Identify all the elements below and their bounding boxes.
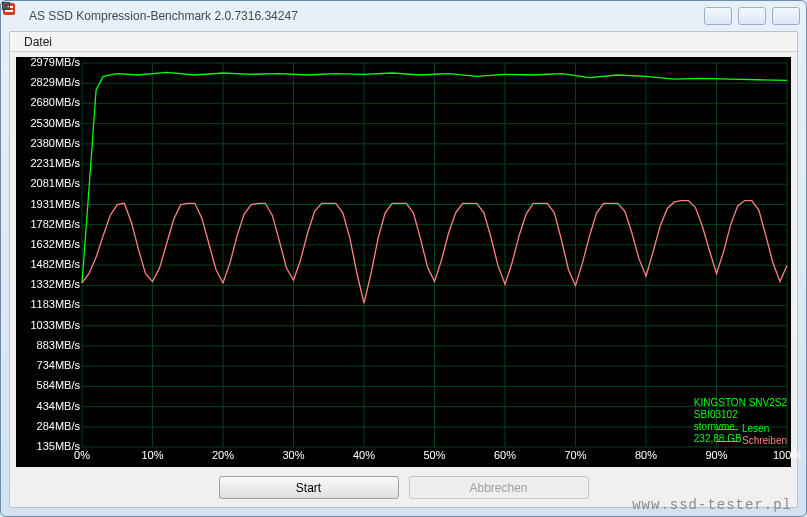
cancel-button: Abbrechen (409, 476, 589, 499)
y-axis-label: 1482MB/s (30, 258, 80, 270)
x-axis-label: 20% (212, 449, 234, 461)
minimize-button[interactable] (704, 7, 732, 25)
y-axis-label: 2680MB/s (30, 96, 80, 108)
window-controls (704, 7, 800, 25)
x-axis-label: 100% (773, 449, 801, 461)
start-button[interactable]: Start (219, 476, 399, 499)
close-button[interactable] (772, 7, 800, 25)
window-title: AS SSD Kompression-Benchmark 2.0.7316.34… (29, 9, 704, 23)
app-window: AS SSD Kompression-Benchmark 2.0.7316.34… (0, 0, 807, 517)
maximize-button[interactable] (738, 7, 766, 25)
x-axis-label: 90% (705, 449, 727, 461)
y-axis-label: 2081MB/s (30, 177, 80, 189)
y-axis-label: 883MB/s (37, 339, 80, 351)
chart-area: KINGSTON SNV2S2 SBI03102 stornvme 232,88… (16, 57, 791, 467)
x-axis-label: 0% (74, 449, 90, 461)
device-name: KINGSTON SNV2S2 (694, 397, 787, 409)
x-axis-label: 30% (282, 449, 304, 461)
client-area: Datei KINGSTON SNV2S2 SBI03102 stornvme … (9, 31, 798, 508)
legend-write: Schreiben (716, 435, 787, 447)
y-axis-label: 584MB/s (37, 379, 80, 391)
menubar: Datei (10, 32, 797, 52)
y-axis-label: 1632MB/s (30, 238, 80, 250)
y-axis-label: 1782MB/s (30, 218, 80, 230)
titlebar[interactable]: AS SSD Kompression-Benchmark 2.0.7316.34… (1, 1, 806, 31)
y-axis-label: 1931MB/s (30, 198, 80, 210)
x-axis-label: 60% (494, 449, 516, 461)
y-axis-label: 284MB/s (37, 420, 80, 432)
y-axis-label: 2530MB/s (30, 117, 80, 129)
x-axis-label: 40% (353, 449, 375, 461)
y-axis-label: 2380MB/s (30, 137, 80, 149)
y-axis-label: 1183MB/s (30, 298, 80, 310)
watermark: www.ssd-tester.pl (632, 497, 792, 513)
x-axis-label: 80% (635, 449, 657, 461)
y-axis-label: 1033MB/s (30, 319, 80, 331)
legend: Lesen Schreiben (716, 423, 787, 469)
y-axis-label: 2829MB/s (30, 76, 80, 88)
y-axis-label: 2979MB/s (30, 56, 80, 68)
y-axis-label: 434MB/s (37, 400, 80, 412)
legend-write-label: Schreiben (742, 435, 787, 447)
device-driver: SBI03102 (694, 409, 787, 421)
menu-file[interactable]: Datei (16, 33, 60, 51)
x-axis-label: 50% (423, 449, 445, 461)
button-row: Start Abbrechen (10, 476, 797, 499)
x-axis-label: 70% (564, 449, 586, 461)
legend-read: Lesen (716, 423, 787, 435)
x-axis-label: 10% (141, 449, 163, 461)
y-axis-label: 1332MB/s (30, 278, 80, 290)
y-axis-label: 734MB/s (37, 359, 80, 371)
legend-read-label: Lesen (742, 423, 769, 435)
y-axis-label: 2231MB/s (30, 157, 80, 169)
